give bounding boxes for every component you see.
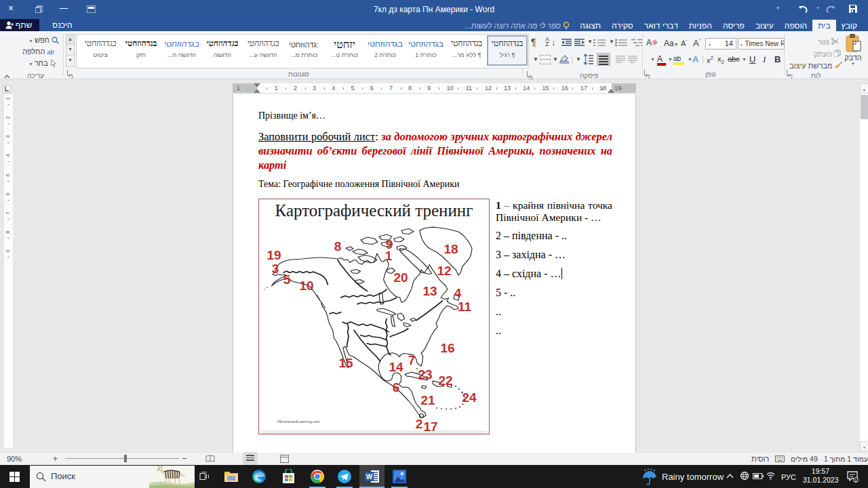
svg-text:4: 4 <box>454 286 462 300</box>
svg-text:11: 11 <box>458 300 472 314</box>
svg-text:13: 13 <box>422 284 437 298</box>
svg-text:17: 17 <box>423 420 437 434</box>
svg-text:21: 21 <box>420 393 435 407</box>
svg-text:23: 23 <box>418 367 432 382</box>
svg-text:12: 12 <box>437 264 451 278</box>
svg-text:14: 14 <box>389 360 403 374</box>
svg-text:9: 9 <box>386 237 393 251</box>
svg-text:W: W <box>366 473 373 481</box>
svg-text:6: 6 <box>393 380 400 394</box>
svg-text:24: 24 <box>462 390 477 405</box>
svg-text:2: 2 <box>416 417 423 431</box>
svg-text:©EnchantedLearning.com: ©EnchantedLearning.com <box>277 420 320 424</box>
svg-text:22: 22 <box>438 373 452 388</box>
svg-text:7: 7 <box>408 353 416 367</box>
svg-text:10: 10 <box>299 279 313 293</box>
svg-text:18: 18 <box>443 242 458 256</box>
svg-text:19: 19 <box>267 248 281 262</box>
svg-text:5: 5 <box>283 272 291 287</box>
svg-text:20: 20 <box>393 270 408 285</box>
svg-text:15: 15 <box>338 356 353 370</box>
svg-text:16: 16 <box>440 341 454 355</box>
svg-text:3: 3 <box>272 262 279 276</box>
svg-text:8: 8 <box>334 239 342 253</box>
